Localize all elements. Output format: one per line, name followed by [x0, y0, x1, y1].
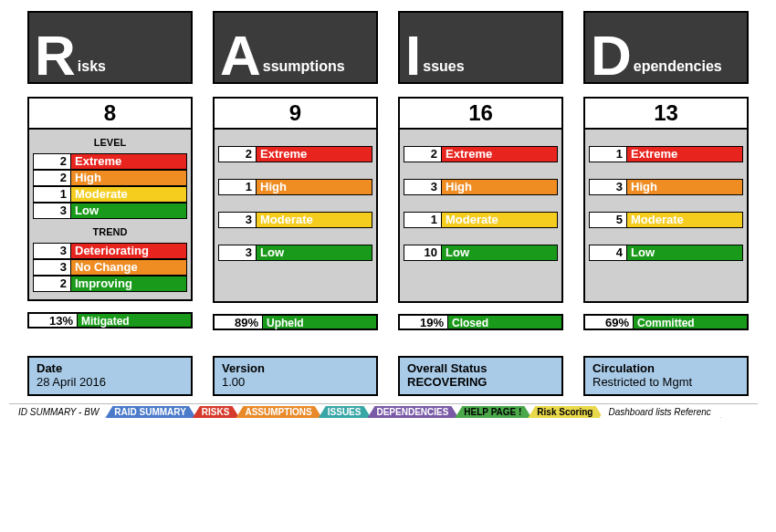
- panel-assumptions: 2 Extreme 1 High 3 Moderate 3 Low: [213, 130, 378, 303]
- info-label: Circulation: [592, 361, 739, 375]
- risks-trend-deteriorating: 3 Deteriorating: [33, 243, 187, 259]
- level-num: 3: [219, 213, 256, 227]
- tab-id-summary-bw[interactable]: ID SUMMARY - BW: [9, 406, 109, 418]
- level-label: Low: [626, 245, 742, 260]
- level-label: Low: [70, 203, 186, 218]
- level-num: 1: [404, 213, 441, 227]
- level-label: Low: [441, 245, 557, 260]
- info-value: RECOVERING: [407, 375, 554, 389]
- level-label: High: [70, 171, 186, 185]
- dependencies-level-moderate: 5 Moderate: [589, 212, 743, 228]
- status-pct: 19%: [400, 316, 447, 329]
- level-label: Extreme: [256, 147, 372, 162]
- status-label: Upheld: [262, 316, 376, 329]
- issues-level-moderate: 1 Moderate: [404, 212, 558, 228]
- assumptions-level-low: 3 Low: [218, 245, 372, 261]
- status-assumptions: 89% Upheld: [213, 314, 378, 330]
- info-label: Date: [37, 361, 184, 375]
- info-label: Overall Status: [407, 361, 554, 375]
- spacer: [218, 266, 372, 294]
- panel-dependencies: 1 Extreme 3 High 5 Moderate 4 Low: [583, 130, 749, 303]
- level-label: High: [256, 180, 372, 194]
- info-value: Restricted to Mgmt: [592, 375, 739, 389]
- tab-issues[interactable]: ISSUES: [319, 406, 372, 418]
- info-date: Date 28 April 2016: [27, 356, 193, 396]
- info-value: 28 April 2016: [37, 375, 184, 389]
- level-num: 2: [219, 147, 256, 162]
- tab-assumptions[interactable]: ASSUMPTIONS: [236, 406, 321, 418]
- level-label: Moderate: [626, 213, 742, 227]
- level-label: High: [441, 180, 557, 194]
- header-rest-r: isks: [78, 58, 106, 77]
- spacer: [589, 266, 743, 294]
- col-assumptions: A ssumptions 9 2 Extreme 1 High 3 Modera…: [213, 11, 378, 330]
- level-label: Moderate: [441, 213, 557, 227]
- spacer: [218, 135, 372, 141]
- issues-level-high: 3 High: [404, 179, 558, 195]
- sheet-tabs: ID SUMMARY - BW RAID SUMMARY RISKS ASSUM…: [9, 403, 758, 418]
- panel-risks: LEVEL 2 Extreme 2 High 1 Moderate 3 Low …: [27, 130, 193, 301]
- level-label: Extreme: [441, 147, 557, 162]
- status-dependencies: 69% Committed: [583, 314, 749, 330]
- spacer: [404, 266, 558, 294]
- level-label: High: [626, 180, 742, 194]
- level-num: 5: [590, 213, 626, 227]
- tab-risk-scoring[interactable]: Risk Scoring: [528, 406, 603, 418]
- assumptions-level-extreme: 2 Extreme: [218, 146, 372, 162]
- col-dependencies: D ependencies 13 1 Extreme 3 High 5 Mode…: [583, 11, 749, 330]
- status-label: Closed: [447, 316, 561, 329]
- tab-dependencies[interactable]: DEPENDENCIES: [367, 406, 458, 418]
- label-trend: TREND: [33, 226, 187, 237]
- status-pct: 89%: [215, 316, 262, 329]
- spacer: [404, 201, 558, 206]
- level-num: 3: [404, 180, 441, 194]
- panel-issues: 2 Extreme 3 High 1 Moderate 10 Low: [398, 130, 563, 303]
- header-risks: R isks: [27, 11, 193, 84]
- spacer: [589, 135, 743, 141]
- status-pct: 69%: [585, 316, 633, 329]
- issues-level-extreme: 2 Extreme: [404, 146, 558, 162]
- status-label: Mitigated: [77, 314, 191, 327]
- tab-help-page[interactable]: HELP PAGE !: [455, 406, 531, 418]
- count-issues: 16: [398, 97, 563, 130]
- status-pct: 13%: [29, 314, 77, 327]
- spacer: [589, 201, 743, 206]
- level-num: 3: [590, 180, 626, 194]
- tab-raid-summary[interactable]: RAID SUMMARY: [105, 406, 196, 418]
- label-level: LEVEL: [33, 137, 187, 148]
- col-risks: R isks 8 LEVEL 2 Extreme 2 High 1 Modera…: [27, 11, 193, 330]
- header-assumptions: A ssumptions: [213, 11, 378, 84]
- info-label: Version: [222, 361, 369, 375]
- level-label: Improving: [70, 276, 186, 291]
- header-big-d: D: [591, 35, 632, 78]
- dependencies-level-high: 3 High: [589, 179, 743, 195]
- header-rest-a: ssumptions: [263, 58, 345, 77]
- count-risks: 8: [27, 97, 193, 130]
- level-num: 4: [590, 245, 626, 260]
- dependencies-level-low: 4 Low: [589, 245, 743, 261]
- level-label: No Change: [70, 260, 186, 275]
- level-num: 1: [219, 180, 256, 194]
- dependencies-level-extreme: 1 Extreme: [589, 146, 743, 162]
- tab-risks[interactable]: RISKS: [193, 406, 240, 418]
- spacer: [589, 234, 743, 239]
- level-num: 2: [34, 154, 70, 169]
- level-num: 3: [34, 203, 70, 218]
- level-num: 3: [34, 244, 70, 258]
- status-risks: 13% Mitigated: [27, 312, 193, 329]
- status-issues: 19% Closed: [398, 314, 563, 330]
- header-big-i: I: [405, 35, 421, 78]
- level-num: 3: [219, 245, 256, 260]
- issues-level-low: 10 Low: [404, 245, 558, 261]
- level-label: Moderate: [70, 187, 186, 202]
- tab-dashboard-lists[interactable]: Dashboard lists Referenc: [599, 406, 720, 418]
- info-circulation: Circulation Restricted to Mgmt: [583, 356, 749, 396]
- level-label: Low: [256, 245, 372, 260]
- header-rest-d: ependencies: [634, 58, 722, 77]
- spacer: [218, 234, 372, 239]
- level-label: Moderate: [256, 213, 372, 227]
- header-rest-i: ssues: [423, 58, 464, 77]
- raid-columns: R isks 8 LEVEL 2 Extreme 2 High 1 Modera…: [27, 11, 749, 330]
- risks-level-low: 3 Low: [33, 203, 187, 219]
- info-row: Date 28 April 2016 Version 1.00 Overall …: [27, 356, 749, 396]
